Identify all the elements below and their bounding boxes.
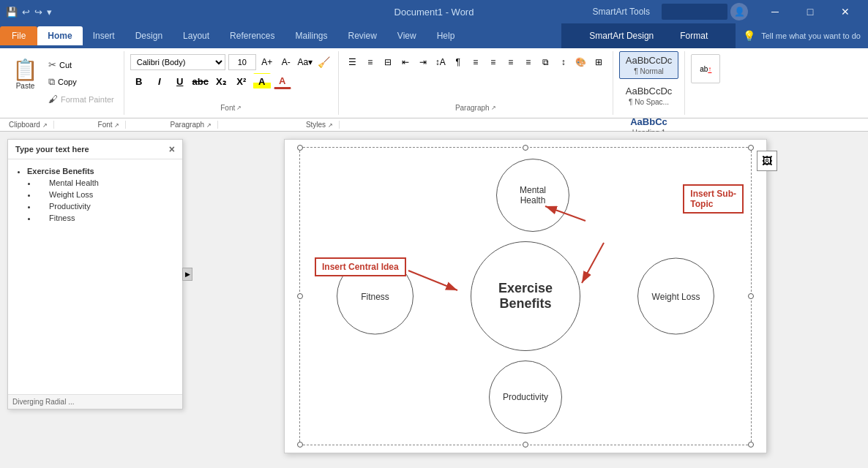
font-group-expand-icon[interactable]: ↗ [236, 105, 242, 111]
align-right-button[interactable]: ≡ [503, 54, 519, 70]
handle-bl[interactable] [297, 442, 303, 448]
paste-icon: 📋 [12, 58, 38, 82]
tab-format[interactable]: Format [674, 26, 714, 45]
style-normal[interactable]: AaBbCcDc ¶ Normal [619, 51, 679, 79]
superscript-button[interactable]: X² [233, 73, 250, 89]
restore-button[interactable]: □ [793, 0, 827, 23]
styles-label-btn[interactable]: Styles ↗ [218, 121, 340, 129]
multilevel-list-button[interactable]: ⊟ [380, 54, 396, 70]
diagram: ExerciseBenefits MentalHealth Weight Los… [300, 148, 751, 445]
strikethrough-button[interactable]: abc [192, 73, 209, 89]
handle-mr[interactable] [748, 293, 754, 299]
handle-tc[interactable] [523, 145, 528, 151]
insert-central-idea-annotation: Insert Central Idea [315, 257, 406, 276]
smartart-tools-label: SmartArt Tools [585, 7, 657, 17]
text-pane-list: Exercise Benefits Mental Health Weight L… [15, 165, 175, 224]
document-page[interactable]: ExerciseBenefits MentalHealth Weight Los… [284, 139, 767, 453]
clipboard-label-btn[interactable]: Clipboard ↗ [3, 121, 54, 129]
tab-home[interactable]: Home [37, 26, 82, 45]
smartart-tools-tabs: SmartArt Design Format [561, 23, 736, 48]
handle-bc[interactable] [523, 442, 528, 448]
font-label-btn[interactable]: Font ↗ [54, 121, 127, 129]
shading-button[interactable]: 🎨 [573, 54, 589, 70]
tab-insert[interactable]: Insert [83, 26, 125, 45]
undo-icon[interactable]: ↩ [22, 7, 30, 18]
tab-review[interactable]: Review [337, 26, 386, 45]
handle-tl[interactable] [297, 145, 303, 151]
copy-icon: ⧉ [48, 76, 55, 88]
subscript-button[interactable]: X₂ [212, 73, 230, 89]
handle-tr[interactable] [748, 145, 754, 151]
font-size-decrease-button[interactable]: A- [278, 54, 294, 70]
style-no-spacing[interactable]: AaBbCcDc ¶ No Spac... [619, 82, 679, 110]
redo-icon[interactable]: ↪ [34, 7, 42, 18]
bullet-list-button[interactable]: ☰ [345, 54, 361, 70]
svg-line-1 [408, 271, 457, 290]
text-pane-header: Type your text here × [8, 140, 182, 159]
cut-button[interactable]: ✂ Cut [45, 57, 118, 72]
close-button[interactable]: ✕ [828, 0, 862, 23]
handle-ml[interactable] [297, 293, 303, 299]
customize-icon[interactable]: ▾ [47, 7, 52, 18]
save-icon[interactable]: 💾 [6, 7, 18, 18]
list-item-mental-health: Mental Health [37, 177, 175, 189]
format-painter-button[interactable]: 🖌 Format Painter [45, 91, 118, 107]
underline-button[interactable]: U [171, 73, 189, 89]
paragraph-group-expand-icon[interactable]: ↗ [491, 105, 496, 111]
sort-button[interactable]: ↕A [433, 54, 449, 70]
show-formatting-button[interactable]: ¶ [450, 54, 466, 70]
increase-indent-button[interactable]: ⇥ [415, 54, 431, 70]
bold-button[interactable]: B [130, 73, 148, 89]
text-highlight-button[interactable]: A [253, 73, 271, 89]
copy-button[interactable]: ⧉ Copy [45, 74, 118, 90]
editing-controls: ab↑ [691, 51, 720, 83]
circle-center[interactable]: ExerciseBenefits [471, 241, 580, 351]
list-item-exercise-benefits: Exercise Benefits [27, 165, 175, 177]
circle-productivity[interactable]: Productivity [489, 361, 562, 434]
tab-design[interactable]: Design [125, 26, 173, 45]
tab-mailings[interactable]: Mailings [285, 26, 337, 45]
align-left-button[interactable]: ≡ [468, 54, 484, 70]
paste-button[interactable]: 📋 Paste [6, 54, 45, 94]
change-case-button[interactable]: Aa▾ [297, 54, 313, 70]
layout-options-icon[interactable]: 🖼 [757, 151, 777, 171]
avatar[interactable]: 👤 [730, 3, 748, 20]
decrease-indent-button[interactable]: ⇤ [397, 54, 414, 70]
tab-view[interactable]: View [387, 26, 427, 45]
font-size-increase-button[interactable]: A+ [259, 54, 275, 70]
borders-button[interactable]: ⊞ [591, 54, 607, 70]
text-pane-expand-button[interactable]: ▶ [182, 268, 192, 281]
list-item-weight-loss: Weight Loss [37, 189, 175, 200]
align-center-button[interactable]: ≡ [485, 54, 501, 70]
tab-layout[interactable]: Layout [173, 26, 220, 45]
profile-box [662, 4, 727, 20]
justify-button[interactable]: ≡ [520, 54, 536, 70]
tab-file[interactable]: File [0, 26, 37, 45]
tell-me-text[interactable]: Tell me what you want to do [761, 31, 861, 40]
paragraph-label-btn[interactable]: Paragraph ↗ [126, 121, 217, 129]
minimize-button[interactable]: ─ [758, 0, 792, 23]
title-bar: 💾 ↩ ↪ ▾ Document1 - Word SmartArt Tools … [0, 0, 868, 23]
circle-mental-health[interactable]: MentalHealth [496, 159, 569, 232]
lightbulb-icon: 💡 [743, 30, 755, 42]
italic-button[interactable]: I [151, 73, 168, 89]
handle-br[interactable] [748, 442, 754, 448]
paragraph-group-label: Paragraph ↗ [455, 102, 496, 112]
tell-me-area: 💡 Tell me what you want to do [736, 23, 868, 48]
ribbon-bottom-labels: Clipboard ↗ Font ↗ Paragraph ↗ Styles ↗ [0, 118, 868, 132]
tab-smartart-design[interactable]: SmartArt Design [583, 26, 659, 45]
text-pane-close-button[interactable]: × [169, 144, 175, 154]
tab-references[interactable]: References [220, 26, 285, 45]
tab-help[interactable]: Help [427, 26, 465, 45]
columns-button[interactable]: ⧉ [538, 54, 554, 70]
smartart-container[interactable]: ExerciseBenefits MentalHealth Weight Los… [299, 147, 752, 445]
font-color-button[interactable]: A [274, 73, 291, 89]
circle-weight-loss[interactable]: Weight Loss [637, 258, 714, 335]
ab-button[interactable]: ab↑ [691, 54, 720, 83]
line-spacing-button[interactable]: ↕ [555, 54, 572, 70]
clear-format-button[interactable]: 🧹 [316, 54, 332, 70]
numbered-list-button[interactable]: ≡ [362, 54, 378, 70]
font-size-input[interactable] [228, 54, 256, 70]
insert-sub-topic-annotation: Insert Sub-Topic [683, 184, 744, 214]
font-name-select[interactable]: Calibri (Body) [130, 54, 225, 70]
